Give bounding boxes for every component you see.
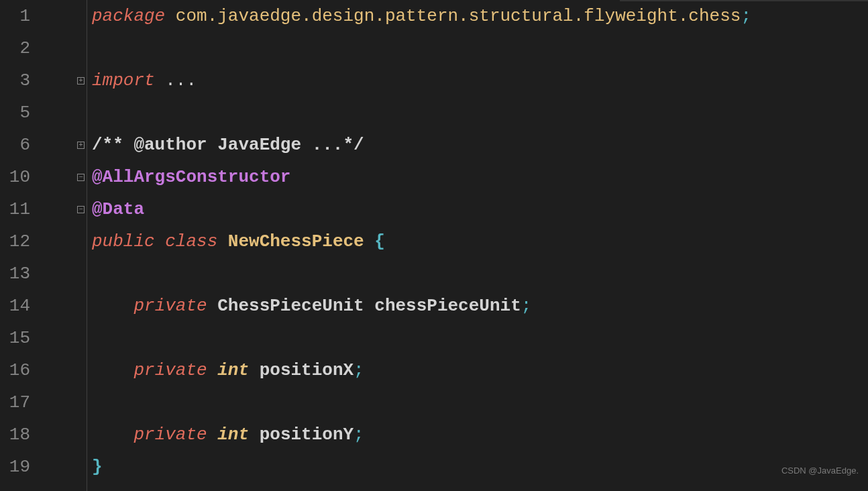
annotation-data: @Data bbox=[92, 199, 144, 219]
semicolon: ; bbox=[354, 425, 364, 445]
code-line-close-brace: } bbox=[92, 451, 868, 483]
line-number[interactable]: 12 bbox=[0, 225, 30, 258]
line-number[interactable]: 18 bbox=[0, 419, 30, 451]
semicolon: ; bbox=[521, 296, 532, 316]
line-number[interactable]: 13 bbox=[0, 258, 30, 290]
code-line-javadoc: /** @author JavaEdge ...*/ bbox=[92, 129, 868, 161]
field-positiony: positionY bbox=[260, 425, 354, 445]
code-line-package: package com.javaedge.design.pattern.stru… bbox=[92, 0, 868, 32]
line-number[interactable]: 17 bbox=[0, 386, 30, 419]
javadoc-comment: /** @author JavaEdge ...*/ bbox=[92, 135, 364, 155]
field-positionx: positionX bbox=[260, 360, 354, 380]
code-line-blank bbox=[92, 97, 868, 129]
package-name: com.javaedge.design.pattern.structural.f… bbox=[176, 6, 741, 26]
close-brace: } bbox=[92, 457, 103, 477]
line-number[interactable]: 15 bbox=[0, 322, 30, 354]
keyword-private: private bbox=[133, 296, 207, 316]
line-number[interactable]: 2 bbox=[0, 32, 30, 64]
keyword-import: import bbox=[92, 70, 155, 91]
code-line-blank bbox=[92, 32, 868, 64]
fold-column bbox=[44, 0, 84, 491]
line-number[interactable]: 14 bbox=[0, 290, 30, 322]
line-number[interactable]: 5 bbox=[0, 97, 30, 129]
line-number[interactable]: 16 bbox=[0, 354, 30, 386]
keyword-private: private bbox=[133, 425, 207, 445]
watermark-text: CSDN @JavaEdge. bbox=[781, 455, 859, 487]
code-line-field: private int positionX; bbox=[92, 354, 868, 386]
semicolon: ; bbox=[354, 360, 364, 380]
line-number[interactable]: 19 bbox=[0, 451, 30, 483]
line-number[interactable]: 3 bbox=[0, 64, 30, 97]
semicolon: ; bbox=[741, 6, 751, 26]
code-content-area[interactable]: package com.javaedge.design.pattern.stru… bbox=[84, 0, 868, 491]
code-line-blank bbox=[92, 322, 868, 354]
type-int: int bbox=[217, 360, 249, 380]
folded-ellipsis[interactable]: ... bbox=[155, 70, 197, 91]
field-chesspieceunit: chessPieceUnit bbox=[374, 296, 521, 316]
line-number[interactable]: 1 bbox=[0, 0, 30, 32]
code-line-annotation: @AllArgsConstructor bbox=[92, 161, 868, 193]
code-line-annotation: @Data bbox=[92, 193, 868, 225]
line-number[interactable]: 6 bbox=[0, 129, 30, 161]
type-int: int bbox=[217, 425, 249, 445]
line-number-gutter: 1 2 3 5 6 10 11 12 13 14 15 16 17 18 19 bbox=[0, 0, 44, 491]
code-line-field: private ChessPieceUnit chessPieceUnit; bbox=[92, 290, 868, 322]
code-line-blank bbox=[92, 386, 868, 419]
class-name: NewChessPiece bbox=[228, 231, 364, 252]
keyword-private: private bbox=[133, 360, 207, 380]
code-line-field: private int positionY; bbox=[92, 419, 868, 451]
code-line-import: import ... bbox=[92, 64, 868, 97]
code-editor: 1 2 3 5 6 10 11 12 13 14 15 16 17 18 19 … bbox=[0, 0, 868, 491]
type-chesspieceunit: ChessPieceUnit bbox=[217, 296, 364, 316]
keyword-public: public bbox=[92, 231, 155, 252]
keyword-class: class bbox=[165, 231, 217, 252]
line-number[interactable]: 11 bbox=[0, 193, 30, 225]
line-number[interactable]: 10 bbox=[0, 161, 30, 193]
code-line-blank bbox=[92, 258, 868, 290]
code-line-class-decl: public class NewChessPiece { bbox=[92, 225, 868, 258]
annotation-allargsconstructor: @AllArgsConstructor bbox=[92, 167, 290, 187]
open-brace: { bbox=[374, 231, 385, 252]
keyword-package: package bbox=[92, 6, 165, 26]
